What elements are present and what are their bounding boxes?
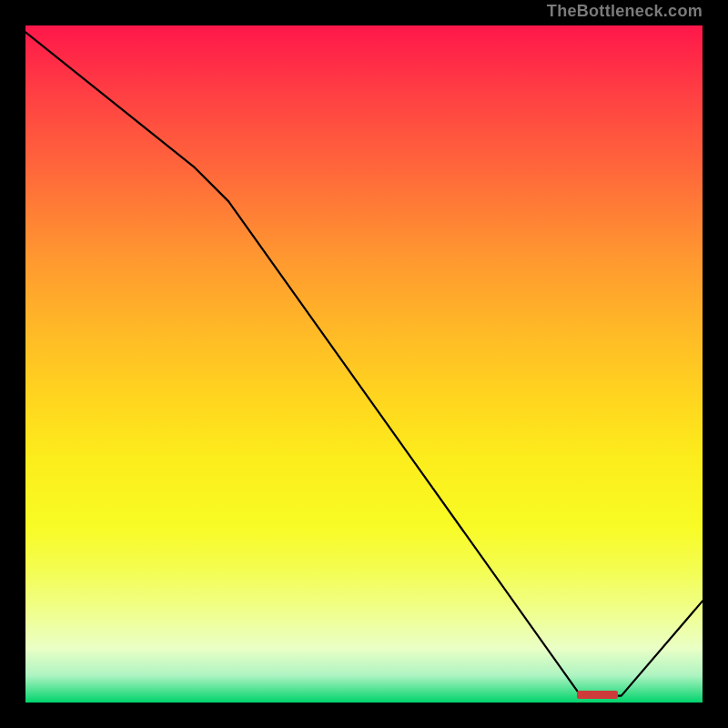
curve-path: [25, 32, 703, 695]
line-chart-svg: [25, 25, 703, 703]
plot-area: OPTIMUM: [25, 25, 703, 703]
watermark-text: TheBottleneck.com: [547, 2, 703, 21]
optimum-badge: OPTIMUM: [577, 691, 618, 699]
